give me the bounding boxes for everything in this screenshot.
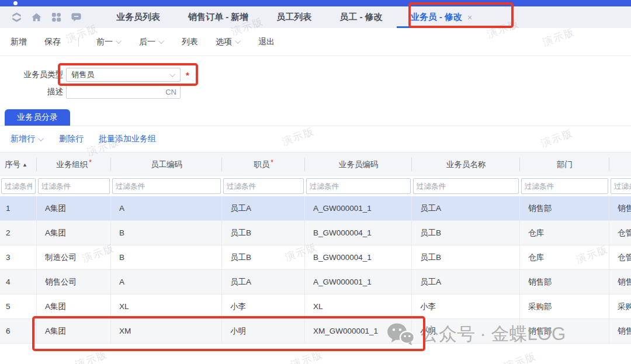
toolbar-button-1[interactable]: 新增 [11,37,27,47]
cell-seq[interactable]: 5 [0,294,37,318]
grid-action-2[interactable]: 删除行 [59,134,84,144]
message-icon[interactable] [70,11,82,23]
close-tab-icon[interactable]: × [467,13,472,22]
filter-input-7[interactable] [521,178,608,194]
column-header-label: 序号 [5,160,20,170]
column-header-3[interactable]: 员工编码 [111,152,222,176]
tab-salesperson-entries[interactable]: 业务员分录 [5,109,70,126]
cell-sales_name[interactable]: 小明 [412,319,520,343]
cell-sales_name[interactable]: 员工B [412,245,520,269]
toolbar-button-2[interactable]: 保存 [44,37,61,47]
cell-seq[interactable]: 2 [0,221,37,245]
cell-last[interactable]: 销售 [609,196,631,220]
column-header-label: 部门 [557,160,573,170]
kingdee-logo-icon[interactable] [11,11,23,23]
toolbar-button-3[interactable]: 前一 [96,37,122,47]
tab-item-1[interactable]: 业务员列表 [102,6,174,28]
table-row-6[interactable]: 6A集团XM小明XM_GW000001_1小明销售部销售 [0,319,631,344]
grid-action-3[interactable]: 批量添加业务组 [99,134,156,144]
filter-cell-6 [412,176,520,196]
filter-input-4[interactable] [223,178,304,194]
column-header-1[interactable]: 序号▲ [0,152,37,176]
grid-action-label: 批量添加业务组 [99,134,156,144]
tab-item-3[interactable]: 员工列表 [262,6,325,28]
demo-watermark: 演示版 [289,348,325,364]
cell-seq[interactable]: 4 [0,270,37,294]
cell-sales_name[interactable]: 员工A [412,196,520,220]
cell-dept[interactable]: 采购部 [520,294,609,318]
cell-staff[interactable]: 员工B [222,245,305,269]
column-header-7[interactable]: 部门 [520,152,609,176]
cell-org[interactable]: A集团 [37,319,111,343]
toolbar-button-6[interactable]: 选项 [216,37,241,47]
cell-seq[interactable]: 3 [0,245,37,269]
cell-emp_code[interactable]: XL [111,294,222,318]
tab-item-4[interactable]: 员工 - 修改 [325,6,396,28]
toolbar-button-7[interactable]: 退出 [258,37,275,47]
cell-emp_code[interactable]: A [111,270,222,294]
cell-seq[interactable]: 1 [0,196,37,220]
grid-action-label: 新增行 [11,134,35,144]
column-header-4[interactable]: 职员* [222,152,305,176]
cell-staff[interactable]: 员工B [222,221,305,245]
tab-item-5[interactable]: 业务员 - 修改× [397,6,487,28]
cell-sales_code[interactable]: B_GW000004_1 [305,245,412,269]
cell-sales_code[interactable]: B_GW000004_1 [305,221,412,245]
filter-input-6[interactable] [413,178,519,194]
cell-org[interactable]: A集团 [37,221,111,245]
toolbar-button-5[interactable]: 列表 [182,37,198,47]
table-row-3[interactable]: 3制造公司B员工BB_GW000004_1员工B仓库仓管 [0,245,631,270]
cell-last[interactable]: 仓管 [609,245,631,269]
cell-sales_name[interactable]: 小李 [412,294,520,318]
filter-input-5[interactable] [306,178,411,194]
cell-staff[interactable]: 员工A [222,270,305,294]
column-header-2[interactable]: 业务组织* [37,152,111,176]
chevron-down-icon [38,136,44,141]
column-header-6[interactable]: 业务员名称 [412,152,520,176]
filter-input-1[interactable] [1,178,36,194]
column-header-5[interactable]: 业务员编码 [305,152,412,176]
cell-org[interactable]: A集团 [37,196,111,220]
filter-input-8[interactable] [611,178,631,194]
cell-staff[interactable]: 员工A [222,196,305,220]
cell-last[interactable]: 销售 [609,270,631,294]
cell-sales_code[interactable]: A_GW000001_1 [305,196,412,220]
cell-dept[interactable]: 销售部 [520,319,609,343]
cell-dept[interactable]: 仓库 [520,221,609,245]
description-input[interactable] [67,85,165,98]
cell-emp_code[interactable]: A [111,196,222,220]
grid-action-1[interactable]: 新增行 [11,134,44,144]
cell-emp_code[interactable]: B [111,245,222,269]
table-row-2[interactable]: 2A集团B员工BB_GW000004_1员工B仓库仓管 [0,221,631,245]
toolbar-button-4[interactable]: 后一 [139,37,164,47]
cell-seq[interactable]: 6 [0,319,37,343]
cell-emp_code[interactable]: XM [111,319,222,343]
table-row-4[interactable]: 4销售公司A员工AA_GW000001_1员工A销售部销售 [0,270,631,294]
cell-last[interactable]: 仓管 [609,221,631,245]
filter-input-2[interactable] [38,178,110,194]
cell-last[interactable]: 销售 [609,319,631,343]
cell-sales_name[interactable]: 员工A [412,270,520,294]
cell-emp_code[interactable]: B [111,221,222,245]
cell-sales_code[interactable]: XM_GW000001_1 [305,319,412,343]
cell-sales_name[interactable]: 员工B [412,221,520,245]
cell-staff[interactable]: 小李 [222,294,305,318]
cell-last[interactable]: 采购 [609,294,631,318]
filter-input-3[interactable] [112,178,221,194]
cell-sales_code[interactable]: A_GW000001_1 [305,270,412,294]
cell-staff[interactable]: 小明 [222,319,305,343]
cell-org[interactable]: 制造公司 [37,245,111,269]
cell-dept[interactable]: 销售部 [520,196,609,220]
salesperson-type-select[interactable]: 销售员 [66,68,181,82]
cell-org[interactable]: 销售公司 [37,270,111,294]
cell-org[interactable]: A集团 [37,294,111,318]
cell-dept[interactable]: 仓库 [520,245,609,269]
tab-item-2[interactable]: 销售订单 - 新增 [174,6,262,28]
column-header-8[interactable] [609,152,631,176]
apps-grid-icon[interactable] [50,11,63,23]
cell-sales_code[interactable]: XL [305,294,412,318]
table-row-1[interactable]: 1A集团A员工AA_GW000001_1员工A销售部销售 [0,196,631,221]
table-row-5[interactable]: 5A集团XL小李XL小李采购部采购 [0,294,631,319]
cell-dept[interactable]: 销售部 [520,270,609,294]
home-icon[interactable] [30,11,43,23]
